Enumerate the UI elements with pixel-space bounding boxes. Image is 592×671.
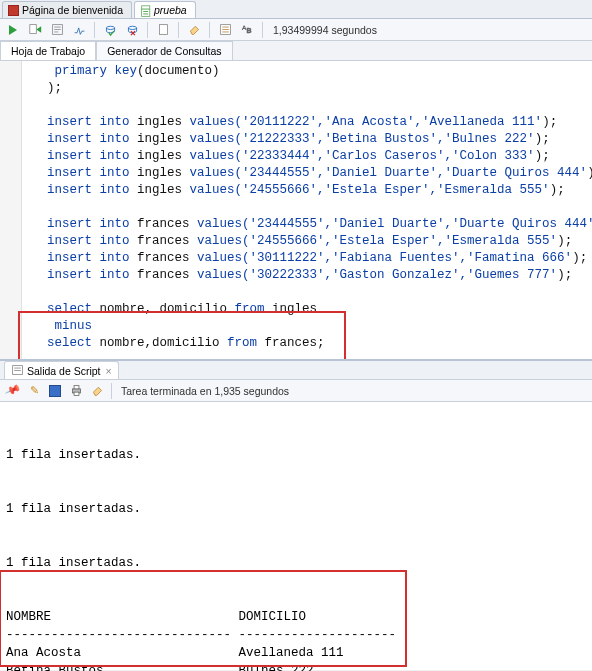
oracle-icon [8, 5, 19, 16]
explain-icon [51, 23, 64, 36]
edit-button[interactable]: ✎ [25, 382, 43, 400]
close-output-tab[interactable]: × [106, 365, 112, 377]
svg-point-3 [106, 26, 114, 29]
tab-welcome[interactable]: Página de bienvenida [2, 1, 132, 18]
separator [209, 22, 210, 38]
history-icon [219, 23, 232, 36]
tab-script-output[interactable]: Salida de Script × [4, 361, 119, 379]
subtab-querybuilder[interactable]: Generador de Consultas [96, 41, 232, 60]
print-button[interactable] [67, 382, 85, 400]
to-uppercase-button[interactable]: ᴬʙ [238, 21, 256, 39]
sql-code: primary key(documento) ); insert into in… [0, 61, 592, 354]
play-icon [9, 25, 17, 35]
worksheet-icon [157, 23, 170, 36]
main-toolbar: ᴬʙ 1,93499994 segundos [0, 19, 592, 41]
subtab-worksheet[interactable]: Hoja de Trabajo [0, 41, 96, 60]
commit-icon [104, 23, 117, 36]
svg-point-4 [128, 26, 136, 29]
pin-button[interactable]: 📌 [4, 382, 22, 400]
svg-rect-1 [29, 25, 36, 34]
task-status: Tarea terminada en 1,935 segundos [121, 385, 289, 397]
execution-time: 1,93499994 segundos [273, 24, 377, 36]
run-script-icon [29, 23, 42, 36]
worksheet-subtabs: Hoja de Trabajo Generador de Consultas [0, 41, 592, 61]
text-icon: ᴬʙ [242, 24, 252, 35]
clear-output-button[interactable] [88, 382, 106, 400]
save-icon [49, 385, 61, 397]
explain-plan-button[interactable] [48, 21, 66, 39]
sql-history-button[interactable] [216, 21, 234, 39]
autotrace-button[interactable] [70, 21, 88, 39]
clear-button[interactable] [185, 21, 203, 39]
separator [111, 383, 112, 399]
printer-icon [70, 384, 83, 397]
rollback-button[interactable] [123, 21, 141, 39]
svg-rect-9 [74, 386, 79, 389]
run-script-button[interactable] [26, 21, 44, 39]
clear-icon [91, 384, 104, 397]
script-output[interactable]: 1 fila insertadas. 1 fila insertadas. 1 … [0, 402, 592, 670]
output-text: 1 fila insertadas. 1 fila insertadas. 1 … [6, 410, 586, 671]
run-statement-button[interactable] [4, 21, 22, 39]
unshared-worksheet-button[interactable] [154, 21, 172, 39]
eraser-icon [188, 23, 201, 36]
tab-file-label: prueba [154, 4, 187, 16]
rollback-icon [126, 23, 139, 36]
tab-file[interactable]: prueba [134, 1, 196, 18]
separator [178, 22, 179, 38]
svg-rect-5 [159, 25, 167, 35]
file-tabs: Página de bienvenida prueba [0, 0, 592, 19]
svg-rect-10 [74, 392, 79, 395]
sql-file-icon [140, 5, 151, 16]
output-toolbar: 📌 ✎ Tarea terminada en 1,935 segundos [0, 380, 592, 402]
autotrace-icon [73, 23, 86, 36]
tab-welcome-label: Página de bienvenida [22, 4, 123, 16]
script-output-icon [11, 364, 24, 377]
pin-icon: 📌 [4, 382, 22, 399]
output-tabs: Salida de Script × [0, 361, 592, 380]
sql-editor[interactable]: primary key(documento) ); insert into in… [0, 61, 592, 361]
commit-button[interactable] [101, 21, 119, 39]
separator [94, 22, 95, 38]
tab-script-output-label: Salida de Script [27, 365, 101, 377]
save-button[interactable] [46, 382, 64, 400]
pencil-icon: ✎ [30, 384, 39, 397]
separator [262, 22, 263, 38]
separator [147, 22, 148, 38]
